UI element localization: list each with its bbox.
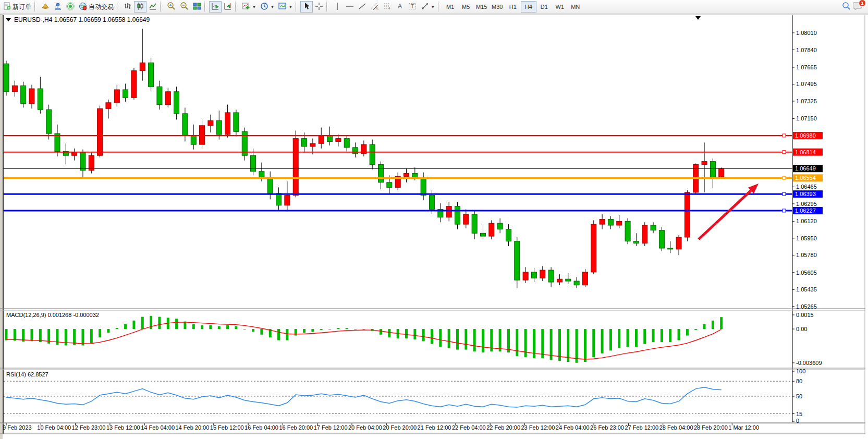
equidistant-channel-button[interactable]: E xyxy=(369,1,381,13)
macd-bar xyxy=(73,329,76,345)
price-tick-label: 1.07495 xyxy=(796,81,817,87)
trendline-button[interactable] xyxy=(356,1,369,13)
timeframe-d1[interactable]: D1 xyxy=(536,1,552,13)
rsi-label: RSI(14) 62.8527 xyxy=(6,371,48,377)
toolbar-separator xyxy=(34,2,37,12)
macd-bar xyxy=(295,329,297,336)
macd-bar xyxy=(584,329,586,362)
community-person-icon xyxy=(54,2,62,12)
horizontal-line-button[interactable] xyxy=(344,1,356,13)
zoom-in-button[interactable] xyxy=(165,1,178,13)
timeframe-mn[interactable]: MN xyxy=(568,1,583,13)
time-label: 14 Feb 20:00 xyxy=(176,424,210,431)
search-button[interactable] xyxy=(840,1,853,13)
auto-scroll-button[interactable] xyxy=(209,1,222,13)
line-handle[interactable] xyxy=(783,151,786,154)
chart-window-background xyxy=(0,14,868,439)
fibonacci-button[interactable]: F xyxy=(381,1,394,13)
profiles-button[interactable] xyxy=(39,1,52,13)
new-order-icon xyxy=(3,2,11,11)
candle-body xyxy=(293,139,298,196)
text-label-button[interactable]: T xyxy=(406,1,419,13)
time-label: 24 Feb 04:00 xyxy=(556,424,590,431)
price-badge-label: 1.06814 xyxy=(795,149,816,155)
line-handle[interactable] xyxy=(783,209,786,212)
time-label: 17 Feb 12:00 xyxy=(314,424,348,431)
macd-bar xyxy=(56,329,58,345)
macd-bar xyxy=(90,329,93,343)
line-handle[interactable] xyxy=(783,192,786,196)
macd-bar xyxy=(320,329,323,330)
macd-bar xyxy=(627,329,629,347)
price-tick-label: 1.05605 xyxy=(796,270,817,276)
indicators-button[interactable]: ▼ xyxy=(240,1,258,13)
toolbar-separator xyxy=(160,2,163,12)
new-order-button[interactable]: 新订单 xyxy=(1,1,33,13)
timeframe-w1[interactable]: W1 xyxy=(552,1,568,13)
bar-chart-button[interactable] xyxy=(121,1,134,13)
line-handle[interactable] xyxy=(783,176,786,179)
timeframe-m30[interactable]: M30 xyxy=(490,1,505,13)
price-badge-label: 1.06227 xyxy=(795,208,816,214)
candle-body xyxy=(4,64,9,92)
zoom-in-icon xyxy=(167,2,176,12)
macd-bar xyxy=(209,325,212,329)
timeframe-h1[interactable]: H1 xyxy=(505,1,521,13)
rsi-tick-label: 50 xyxy=(796,393,802,399)
periods-button[interactable]: ▼ xyxy=(258,1,276,13)
candle-body xyxy=(617,221,622,225)
zoom-out-button[interactable] xyxy=(178,1,191,13)
chart-canvas[interactable]: 1.069801.068141.066491.065541.063931.062… xyxy=(0,0,868,439)
candlestick-chart-icon xyxy=(136,2,144,12)
price-tick-label: 1.06120 xyxy=(796,218,817,224)
candle-body xyxy=(574,281,579,285)
candle-body xyxy=(446,206,451,217)
candle-body xyxy=(327,136,333,141)
timeframe-m5[interactable]: M5 xyxy=(458,1,474,13)
line-chart-button[interactable] xyxy=(146,1,159,13)
macd-bar xyxy=(311,329,314,332)
macd-bar xyxy=(30,329,33,341)
arrows-tool-button[interactable]: ▼ xyxy=(419,1,437,13)
line-handle[interactable] xyxy=(783,134,786,137)
templates-button[interactable]: ▼ xyxy=(276,1,295,13)
community-button[interactable] xyxy=(52,1,64,13)
candlestick-chart-button[interactable] xyxy=(134,1,146,13)
timeframe-m15[interactable]: M15 xyxy=(474,1,490,13)
timeframe-m1[interactable]: M1 xyxy=(443,1,458,13)
cursor-arrow-icon xyxy=(302,2,311,12)
cursor-button[interactable] xyxy=(300,1,313,13)
time-label: 14 Feb 04:00 xyxy=(141,424,175,431)
chart-shift-button[interactable] xyxy=(222,1,234,13)
candle-body xyxy=(710,162,715,179)
window-left-frame xyxy=(0,14,3,439)
crosshair-button[interactable] xyxy=(313,1,325,13)
alerts-button[interactable] xyxy=(64,1,77,13)
candle-body xyxy=(430,196,435,210)
price-tick-label: 1.07840 xyxy=(796,47,817,53)
candle-body xyxy=(472,214,477,233)
candle-body xyxy=(225,113,230,135)
candle-body xyxy=(234,113,239,131)
candle-body xyxy=(89,155,94,170)
candle-body xyxy=(412,174,418,178)
main-toolbar: 新订单 自动交易 ▼ ▼ ▼ E F A T ▼ M1 M5 M15 M30 H… xyxy=(0,0,868,14)
text-button[interactable]: A xyxy=(394,1,406,13)
notifications-button[interactable]: 1 xyxy=(853,2,863,13)
vertical-line-button[interactable] xyxy=(331,1,344,13)
timeframe-h4[interactable]: H4 xyxy=(521,1,536,13)
candle-body xyxy=(21,86,26,103)
candle-body xyxy=(97,108,103,155)
tile-windows-button[interactable] xyxy=(191,1,203,13)
candle-body xyxy=(668,248,673,249)
candle-body xyxy=(531,272,536,278)
candle-body xyxy=(497,223,503,229)
price-tick-label: 1.05435 xyxy=(796,286,817,292)
candle-body xyxy=(659,230,664,248)
macd-bar xyxy=(39,329,42,342)
macd-bar xyxy=(431,329,433,344)
candle-body xyxy=(608,219,613,225)
macd-bar xyxy=(81,329,84,346)
dropdown-caret-icon: ▼ xyxy=(289,5,292,9)
auto-trading-button[interactable]: 自动交易 xyxy=(77,1,116,13)
